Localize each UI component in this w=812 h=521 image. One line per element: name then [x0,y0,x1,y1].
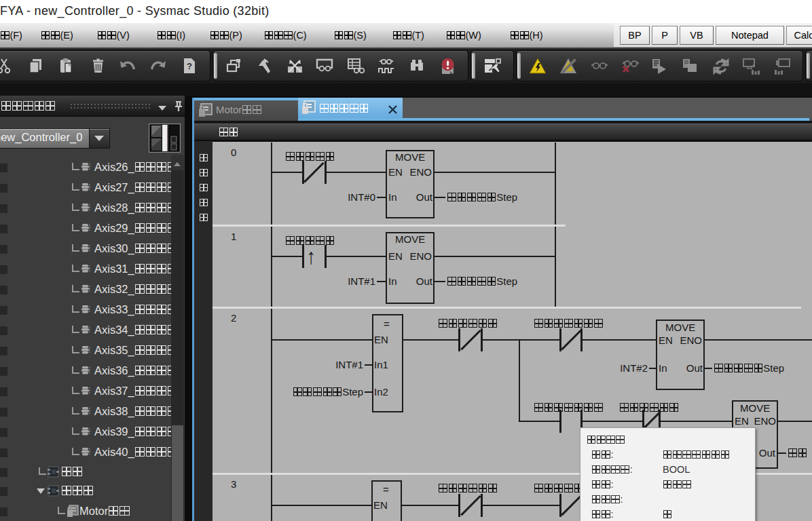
svg-text:?: ? [187,61,192,71]
